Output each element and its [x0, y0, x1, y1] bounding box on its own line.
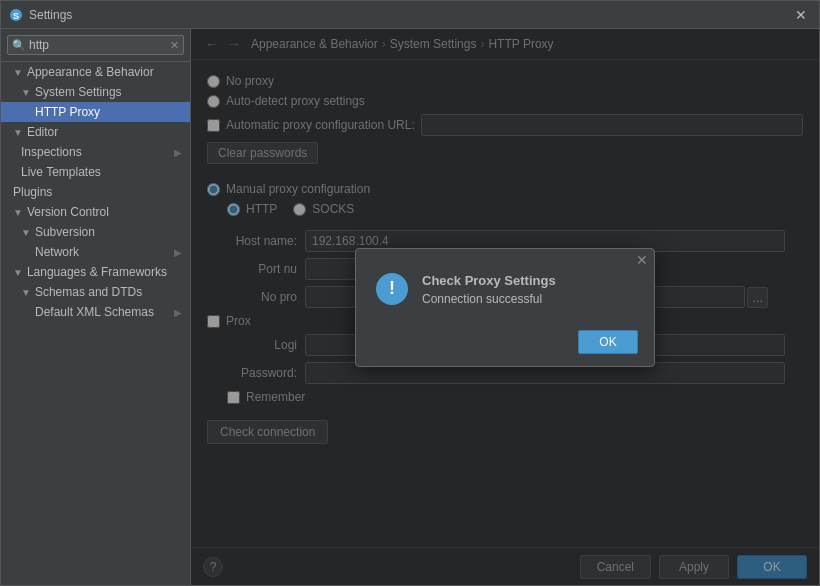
- modal-dialog: ✕ ! Check Proxy Settings Connection succ…: [355, 248, 655, 367]
- sidebar-item-http-proxy[interactable]: HTTP Proxy: [1, 102, 190, 122]
- arrow-icon: ▶: [174, 307, 182, 318]
- expand-icon: ▼: [21, 227, 31, 238]
- settings-window: S Settings ✕ 🔍 ✕ ▼ Appearance & Behavior…: [0, 0, 820, 586]
- modal-content: ! Check Proxy Settings Connection succes…: [356, 253, 654, 322]
- arrow-icon: ▶: [174, 247, 182, 258]
- expand-icon: ▼: [13, 67, 23, 78]
- modal-header: ✕: [356, 249, 654, 253]
- sidebar-item-plugins[interactable]: Plugins: [1, 182, 190, 202]
- modal-text-area: Check Proxy Settings Connection successf…: [422, 273, 556, 306]
- title-bar: S Settings ✕: [1, 1, 819, 29]
- sidebar-item-inspections[interactable]: Inspections ▶: [1, 142, 190, 162]
- sidebar: 🔍 ✕ ▼ Appearance & Behavior ▼ System Set…: [1, 29, 191, 585]
- expand-icon: ▼: [13, 267, 23, 278]
- content-area: 🔍 ✕ ▼ Appearance & Behavior ▼ System Set…: [1, 29, 819, 585]
- sidebar-item-label: Inspections: [21, 145, 82, 159]
- expand-icon: ▼: [13, 127, 23, 138]
- sidebar-item-label: Editor: [27, 125, 58, 139]
- sidebar-item-default-xml[interactable]: Default XML Schemas ▶: [1, 302, 190, 322]
- expand-icon: ▼: [21, 287, 31, 298]
- modal-close-button[interactable]: ✕: [636, 253, 648, 267]
- arrow-icon: ▶: [174, 147, 182, 158]
- search-input[interactable]: [29, 38, 170, 52]
- window-title: Settings: [29, 8, 791, 22]
- sidebar-item-label: Plugins: [13, 185, 52, 199]
- svg-text:S: S: [13, 11, 19, 21]
- sidebar-item-editor[interactable]: ▼ Editor: [1, 122, 190, 142]
- main-area: ← → Appearance & Behavior › System Setti…: [191, 29, 819, 585]
- sidebar-item-label: HTTP Proxy: [35, 105, 100, 119]
- search-clear-icon[interactable]: ✕: [170, 39, 179, 52]
- modal-icon-text: !: [389, 278, 395, 299]
- modal-footer: OK: [356, 322, 654, 366]
- modal-info-icon: !: [376, 273, 408, 305]
- search-icon: 🔍: [12, 39, 26, 52]
- sidebar-item-network[interactable]: Network ▶: [1, 242, 190, 262]
- sidebar-item-appearance-behavior[interactable]: ▼ Appearance & Behavior: [1, 62, 190, 82]
- sidebar-item-label: Schemas and DTDs: [35, 285, 142, 299]
- modal-ok-button[interactable]: OK: [578, 330, 638, 354]
- sidebar-item-label: Version Control: [27, 205, 109, 219]
- sidebar-item-label: System Settings: [35, 85, 122, 99]
- modal-overlay: ✕ ! Check Proxy Settings Connection succ…: [191, 29, 819, 585]
- close-button[interactable]: ✕: [791, 7, 811, 23]
- sidebar-item-system-settings[interactable]: ▼ System Settings: [1, 82, 190, 102]
- modal-body: Connection successful: [422, 292, 556, 306]
- sidebar-item-languages-frameworks[interactable]: ▼ Languages & Frameworks: [1, 262, 190, 282]
- search-box: 🔍 ✕: [1, 29, 190, 62]
- sidebar-item-label: Default XML Schemas: [35, 305, 154, 319]
- sidebar-item-label: Subversion: [35, 225, 95, 239]
- search-wrap: 🔍 ✕: [7, 35, 184, 55]
- modal-title: Check Proxy Settings: [422, 273, 556, 288]
- sidebar-item-version-control[interactable]: ▼ Version Control: [1, 202, 190, 222]
- modal-wrapper: ✕ ! Check Proxy Settings Connection succ…: [355, 248, 655, 367]
- sidebar-item-schemas-dtds[interactable]: ▼ Schemas and DTDs: [1, 282, 190, 302]
- sidebar-item-label: Appearance & Behavior: [27, 65, 154, 79]
- sidebar-item-subversion[interactable]: ▼ Subversion: [1, 222, 190, 242]
- expand-icon: ▼: [13, 207, 23, 218]
- expand-icon: ▼: [21, 87, 31, 98]
- sidebar-item-label: Network: [35, 245, 79, 259]
- sidebar-item-label: Languages & Frameworks: [27, 265, 167, 279]
- sidebar-item-label: Live Templates: [21, 165, 101, 179]
- sidebar-item-live-templates[interactable]: Live Templates: [1, 162, 190, 182]
- app-icon: S: [9, 8, 23, 22]
